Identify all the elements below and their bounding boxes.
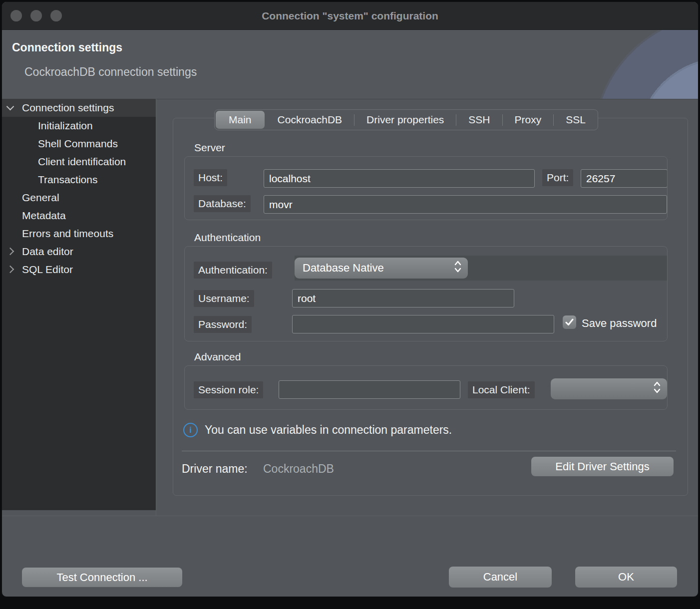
password-label: Password: bbox=[194, 316, 252, 333]
port-label: Port: bbox=[542, 169, 573, 186]
sidebar-item-label: SQL Editor bbox=[22, 264, 73, 276]
sidebar-item-sql-editor[interactable]: SQL Editor bbox=[2, 261, 156, 279]
sidebar-item-errors-and-timeouts[interactable]: Errors and timeouts bbox=[2, 225, 156, 243]
sidebar-item-label: Initialization bbox=[38, 120, 93, 132]
auth-method-value: Database Native bbox=[303, 262, 454, 275]
session-role-label: Session role: bbox=[194, 381, 263, 398]
tab-ssh[interactable]: SSH bbox=[456, 110, 502, 130]
advanced-group: Session role: Local Client: bbox=[184, 365, 668, 410]
database-input[interactable] bbox=[264, 195, 667, 214]
test-connection-button[interactable]: Test Connection ... bbox=[22, 568, 182, 587]
tab-cockroachdb[interactable]: CockroachDB bbox=[266, 110, 354, 130]
sidebar-item-label: Shell Commands bbox=[38, 138, 118, 150]
tab-proxy[interactable]: Proxy bbox=[503, 110, 554, 130]
page-title: Connection settings bbox=[12, 41, 122, 54]
save-password-checkbox[interactable] bbox=[563, 315, 576, 329]
authentication-section-title: Authentication bbox=[194, 232, 261, 244]
password-input[interactable] bbox=[292, 315, 554, 333]
edit-driver-settings-button[interactable]: Edit Driver Settings bbox=[531, 457, 674, 476]
sidebar-item-label: Errors and timeouts bbox=[22, 228, 113, 240]
sidebar-item-label: Client identification bbox=[38, 156, 126, 168]
sidebar-item-label: General bbox=[22, 192, 59, 204]
local-client-select[interactable] bbox=[551, 378, 667, 399]
local-client-label: Local Client: bbox=[468, 381, 535, 398]
authentication-group: Authentication: Database Native Username… bbox=[184, 246, 668, 341]
driver-name-value: CockroachDB bbox=[263, 462, 334, 476]
username-label: Username: bbox=[194, 290, 254, 307]
footer-divider bbox=[2, 516, 698, 516]
sidebar-item-general[interactable]: General bbox=[2, 189, 156, 207]
chevron-right-icon[interactable] bbox=[7, 270, 13, 276]
info-text: You can use variables in connection para… bbox=[205, 423, 452, 437]
save-password-label: Save password bbox=[582, 317, 657, 330]
sidebar-item-label: Data editor bbox=[22, 246, 73, 258]
popup-chevrons-icon bbox=[454, 260, 462, 276]
decorative-swoosh bbox=[488, 30, 698, 99]
tab-driver-properties[interactable]: Driver properties bbox=[354, 110, 456, 130]
info-row: i You can use variables in connection pa… bbox=[183, 423, 452, 437]
sidebar-item-transactions[interactable]: Transactions bbox=[2, 171, 156, 189]
titlebar: Connection "system" configuration bbox=[2, 2, 698, 30]
server-group: Host: Port: Database: bbox=[184, 156, 668, 220]
page-subtitle: CockroachDB connection settings bbox=[24, 65, 197, 79]
dialog-header: Connection settings CockroachDB connecti… bbox=[2, 30, 698, 99]
host-label: Host: bbox=[194, 169, 227, 186]
auth-method-select[interactable]: Database Native bbox=[295, 258, 468, 279]
sidebar-item-data-editor[interactable]: Data editor bbox=[2, 243, 156, 261]
sidebar-divider bbox=[156, 99, 156, 516]
sidebar-item-label: Connection settings bbox=[22, 102, 114, 114]
sidebar-tree: Connection settingsInitializationShell C… bbox=[2, 99, 156, 510]
sidebar-item-metadata[interactable]: Metadata bbox=[2, 207, 156, 225]
driver-separator bbox=[182, 451, 676, 451]
info-icon: i bbox=[183, 423, 198, 437]
chevron-down-icon[interactable] bbox=[7, 108, 13, 114]
database-label: Database: bbox=[194, 195, 251, 212]
cancel-button[interactable]: Cancel bbox=[449, 567, 552, 588]
sidebar-item-label: Metadata bbox=[22, 210, 66, 222]
server-section-title: Server bbox=[194, 142, 225, 154]
username-input[interactable] bbox=[292, 289, 514, 307]
port-input[interactable] bbox=[581, 169, 668, 188]
sidebar-item-connection-settings[interactable]: Connection settings bbox=[2, 99, 156, 117]
sidebar-item-shell-commands[interactable]: Shell Commands bbox=[2, 135, 156, 153]
sidebar-item-initialization[interactable]: Initialization bbox=[2, 117, 156, 135]
advanced-section-title: Advanced bbox=[194, 351, 241, 363]
auth-method-label: Authentication: bbox=[194, 262, 272, 279]
sidebar-item-client-identification[interactable]: Client identification bbox=[2, 153, 156, 171]
tab-ssl[interactable]: SSL bbox=[554, 110, 598, 130]
chevron-right-icon[interactable] bbox=[7, 252, 13, 258]
popup-chevrons-icon bbox=[653, 381, 661, 397]
driver-name-label: Driver name: bbox=[182, 462, 248, 476]
tab-main[interactable]: Main bbox=[216, 111, 265, 129]
ok-button[interactable]: OK bbox=[575, 567, 677, 588]
session-role-input[interactable] bbox=[279, 380, 460, 399]
window-title: Connection "system" configuration bbox=[2, 2, 698, 29]
sidebar-item-label: Transactions bbox=[38, 174, 97, 186]
tab-bar: MainCockroachDBDriver propertiesSSHProxy… bbox=[214, 109, 598, 130]
connection-dialog-window: Connection "system" configuration Connec… bbox=[1, 1, 699, 597]
host-input[interactable] bbox=[264, 169, 535, 188]
